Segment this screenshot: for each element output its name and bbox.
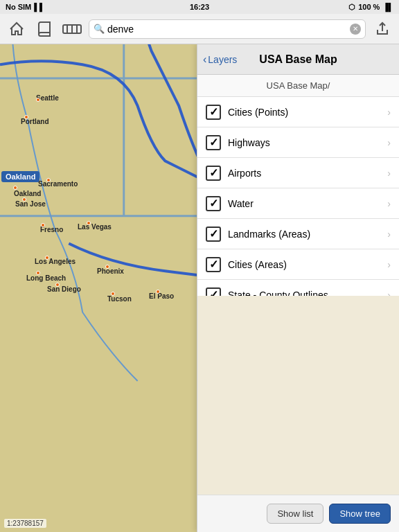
spacer (197, 296, 399, 495)
status-left: No SIM ▌▌ (6, 3, 45, 11)
dot-lasvegas (87, 221, 91, 225)
dot-longbeach (36, 271, 40, 275)
back-label[interactable]: Layers (208, 54, 237, 65)
home-button[interactable] (6, 18, 28, 40)
dot-sandiego (55, 283, 60, 287)
search-clear-button[interactable]: ✕ (350, 24, 361, 35)
show-list-button[interactable]: Show list (267, 504, 323, 524)
city-sacramento: Sacramento (38, 180, 78, 188)
panel-subtitle: USA Base Map/ (197, 75, 399, 97)
dot-oakland (13, 186, 17, 190)
battery-text: 100 % (358, 3, 380, 11)
chevron-left-icon: ‹ (203, 53, 206, 66)
search-bar[interactable]: 🔍 ✕ (89, 19, 366, 39)
city-tucson: Tucson (107, 295, 132, 303)
status-right: ⬡ 100 % ▐▌ (348, 3, 393, 12)
checkbox-water[interactable] (206, 196, 221, 211)
route-button[interactable] (61, 18, 83, 40)
dot-portland (24, 115, 28, 119)
toolbar: 🔍 ✕ (0, 14, 399, 44)
chevron-right-icon: › (387, 229, 391, 240)
status-bar: No SIM ▌▌ 16:23 ⬡ 100 % ▐▌ (0, 0, 399, 14)
dot-phoenix (105, 265, 109, 269)
layer-item-cities-points[interactable]: Cities (Points) › (197, 97, 399, 127)
layer-name-highways: Highways (228, 137, 387, 148)
oakland-highlight: Oakland (1, 171, 39, 182)
layer-name-state-county-outlines: State - County Outlines (228, 290, 387, 296)
city-longbeach: Long Beach (26, 274, 66, 282)
signal-icon: ▌▌ (34, 3, 45, 11)
city-phoenix: Phoenix (97, 267, 124, 275)
dot-elpaso (156, 290, 160, 294)
bluetooth-icon: ⬡ (348, 3, 355, 12)
city-sanjose: San Jose (15, 200, 46, 208)
back-button[interactable]: ‹ Layers (203, 53, 237, 66)
layer-name-water: Water (228, 198, 387, 209)
carrier-text: No SIM (6, 3, 31, 11)
panel-title: USA Base Map (259, 53, 337, 66)
scale-bar: 1:23788157 (4, 519, 46, 528)
search-icon: 🔍 (94, 24, 105, 34)
chevron-right-icon: › (387, 168, 391, 179)
panel-header: ‹ Layers USA Base Map (197, 44, 399, 75)
dot-seattle (36, 98, 40, 102)
search-input[interactable] (107, 24, 347, 35)
layer-item-airports[interactable]: Airports › (197, 158, 399, 188)
layers-panel: ‹ Layers USA Base Map USA Base Map/ Citi… (197, 44, 399, 532)
city-oakland-text: Oakland (14, 190, 41, 197)
layer-item-landmarks-areas[interactable]: Landmarks (Areas) › (197, 219, 399, 249)
city-losangeles: Los Angeles (35, 258, 76, 265)
panel-footer: Show list Show tree (197, 495, 399, 532)
status-time: 16:23 (190, 3, 209, 11)
city-elpaso: El Paso (149, 292, 174, 300)
chevron-right-icon: › (387, 259, 391, 270)
chevron-right-icon: › (387, 107, 391, 118)
layer-name-cities-points: Cities (Points) (228, 107, 387, 118)
chevron-right-icon: › (387, 198, 391, 209)
layer-name-airports: Airports (228, 168, 387, 179)
dot-losangeles (45, 256, 49, 260)
dot-sacramento (46, 178, 51, 182)
layer-item-water[interactable]: Water › (197, 188, 399, 219)
battery-icon: ▐▌ (382, 3, 393, 11)
checkbox-highways[interactable] (206, 135, 221, 150)
checkbox-cities-points[interactable] (206, 105, 221, 120)
checkbox-landmarks-areas[interactable] (206, 227, 221, 242)
layer-list: Cities (Points) › Highways › Airports › … (197, 97, 399, 296)
layer-name-cities-areas: Cities (Areas) (228, 259, 387, 270)
layer-item-state-county-outlines[interactable]: State - County Outlines › (197, 280, 399, 296)
dot-tucson (111, 292, 115, 296)
checkbox-airports[interactable] (206, 166, 221, 181)
dot-sanjose (22, 197, 26, 202)
chevron-right-icon: › (387, 137, 391, 148)
chevron-right-icon: › (387, 290, 391, 296)
layer-item-cities-areas[interactable]: Cities (Areas) › (197, 249, 399, 280)
layer-item-highways[interactable]: Highways › (197, 127, 399, 158)
layer-name-landmarks-areas: Landmarks (Areas) (228, 229, 387, 240)
dot-fresno (41, 223, 45, 227)
city-lasvegas: Las Vegas (78, 223, 112, 231)
show-tree-button[interactable]: Show tree (329, 504, 391, 524)
book-button[interactable] (33, 18, 55, 40)
share-button[interactable] (371, 18, 393, 40)
city-sandiego: San Diego (47, 285, 81, 293)
checkbox-cities-areas[interactable] (206, 257, 221, 272)
checkbox-state-county-outlines[interactable] (206, 287, 221, 296)
